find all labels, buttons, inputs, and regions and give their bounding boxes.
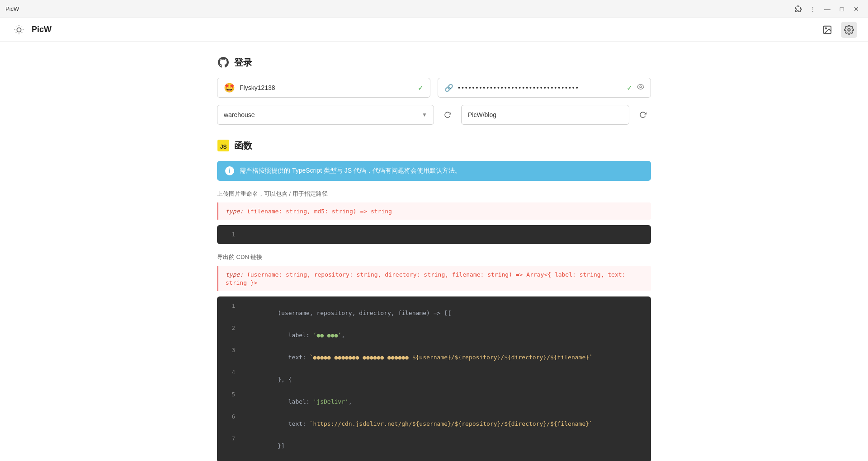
code-content-4: }, { <box>242 369 292 390</box>
code-line-2: 2 label: ‘●● ●●●’, <box>217 324 651 346</box>
svg-point-0 <box>17 28 21 32</box>
close-icon: ✕ <box>854 5 859 13</box>
more-icon: ⋮ <box>810 5 816 13</box>
rename-code-line-1: 1 <box>217 230 651 239</box>
sun-button[interactable] <box>11 22 27 38</box>
cdn-desc: 导出的 CDN 链接 <box>217 253 651 261</box>
warehouse-value: warehouse <box>224 111 418 118</box>
github-icon <box>217 56 230 69</box>
titlebar: PicW ⋮ — □ ✕ <box>0 0 868 18</box>
minimize-icon: — <box>824 5 830 13</box>
minimize-button[interactable]: — <box>821 3 834 15</box>
code-line-7: 7 }] <box>217 435 651 457</box>
topbar-left: PicW <box>11 22 52 38</box>
titlebar-controls: ⋮ — □ ✕ <box>792 3 863 15</box>
code-line-4: 4 }, { <box>217 368 651 390</box>
login-section-header: 登录 <box>217 56 651 69</box>
info-text: 需严格按照提供的 TypeScript 类型写 JS 代码，代码有问题将会使用默… <box>240 167 461 175</box>
warehouse-refresh-button[interactable] <box>439 107 456 123</box>
functions-section-title: 函数 <box>234 140 252 152</box>
svg-text:JS: JS <box>220 144 227 150</box>
repo-value: PicW/blog <box>468 111 496 118</box>
username-field[interactable]: 🤩 Flysky12138 ✓ <box>217 78 430 98</box>
settings-icon <box>844 25 854 35</box>
code-content-7: }] <box>242 436 285 456</box>
type-rest-1: (filename: string, md5: string) => strin… <box>247 208 392 215</box>
functions-section: JS 函数 i 需严格按照提供的 TypeScript 类型写 JS 代码，代码… <box>217 139 651 461</box>
svg-point-10 <box>825 28 826 29</box>
code-content-2: label: ‘●● ●●●’, <box>242 325 345 345</box>
warehouse-select[interactable]: warehouse ▼ <box>217 105 434 125</box>
type-rest-2: (username: string, repository: string, d… <box>226 271 625 286</box>
line-num-7: 7 <box>224 436 235 442</box>
info-icon: i <box>225 166 234 175</box>
rename-type-block: type: (filename: string, md5: string) =>… <box>217 202 651 220</box>
login-section: 登录 🤩 Flysky12138 ✓ 🔗 •••••••••••••••••••… <box>217 56 651 125</box>
eye-icon[interactable] <box>637 83 644 92</box>
svg-line-4 <box>22 32 22 33</box>
image-icon <box>822 25 832 35</box>
more-button[interactable]: ⋮ <box>807 3 819 15</box>
rename-code-block[interactable]: 1 <box>217 225 651 244</box>
cdn-code-block[interactable]: 1 (username, repository, directory, file… <box>217 296 651 461</box>
svg-line-3 <box>16 26 16 27</box>
code-line-6: 6 text: `https://cdn.jsdelivr.net/gh/${u… <box>217 413 651 435</box>
close-button[interactable]: ✕ <box>850 3 863 15</box>
warehouse-row: warehouse ▼ PicW/blog <box>217 105 651 125</box>
topbar: PicW <box>0 18 868 42</box>
chevron-down-icon: ▼ <box>422 112 427 118</box>
js-icon: JS <box>217 139 230 152</box>
credentials-row: 🤩 Flysky12138 ✓ 🔗 ••••••••••••••••••••••… <box>217 78 651 98</box>
link-icon: 🔗 <box>444 84 453 92</box>
topbar-right <box>819 22 857 38</box>
line-num-1: 1 <box>224 303 235 309</box>
svg-point-12 <box>640 86 642 88</box>
code-content-6: text: `https://cdn.jsdelivr.net/gh/${use… <box>242 414 593 434</box>
titlebar-left: PicW <box>5 5 19 12</box>
code-line-5: 5 label: 'jsDelivr', <box>217 390 651 413</box>
code-content-5: label: 'jsDelivr', <box>242 391 352 412</box>
password-check-icon: ✓ <box>627 84 632 92</box>
info-banner: i 需严格按照提供的 TypeScript 类型写 JS 代码，代码有问题将会使… <box>217 161 651 181</box>
rename-desc: 上传图片重命名，可以包含 / 用于指定路径 <box>217 190 651 198</box>
login-section-title: 登录 <box>234 56 252 69</box>
username-value: Flysky12138 <box>240 84 413 91</box>
maximize-icon: □ <box>840 5 844 13</box>
line-num-5: 5 <box>224 391 235 398</box>
app-name: PicW <box>32 25 52 34</box>
repo-field[interactable]: PicW/blog <box>461 105 629 125</box>
line-num-6: 6 <box>224 414 235 420</box>
refresh-icon <box>444 111 451 118</box>
maximize-button[interactable]: □ <box>835 3 848 15</box>
code-content-1: (username, repository, directory, filena… <box>242 303 451 323</box>
username-check-icon: ✓ <box>418 84 424 92</box>
image-button[interactable] <box>819 22 835 38</box>
line-num-4: 4 <box>224 369 235 376</box>
functions-section-header: JS 函数 <box>217 139 651 152</box>
cdn-type-text: type: (username: string, repository: str… <box>226 271 625 286</box>
user-avatar: 🤩 <box>224 82 235 93</box>
type-keyword-1: type: <box>226 208 243 215</box>
puzzle-button[interactable] <box>792 3 805 15</box>
code-line-1: 1 (username, repository, directory, file… <box>217 302 651 324</box>
repo-refresh-icon <box>639 111 646 118</box>
line-num-3: 3 <box>224 347 235 353</box>
settings-button[interactable] <box>841 22 857 38</box>
svg-line-8 <box>22 26 22 27</box>
code-content-3: text: `●●●●● ●●●●●●● ●●●●●● ●●●●●● ${use… <box>242 347 593 367</box>
sun-icon <box>14 25 24 35</box>
svg-point-11 <box>848 28 850 31</box>
repo-refresh-button[interactable] <box>635 107 651 123</box>
svg-line-7 <box>16 32 16 33</box>
line-num-2: 2 <box>224 325 235 331</box>
cdn-type-block: type: (username: string, repository: str… <box>217 266 651 291</box>
code-line-3: 3 text: `●●●●● ●●●●●●● ●●●●●● ●●●●●● ${u… <box>217 346 651 368</box>
password-field[interactable]: 🔗 •••••••••••••••••••••••••••••••••• ✓ <box>438 78 651 98</box>
rename-type-text: type: (filename: string, md5: string) =>… <box>226 208 392 215</box>
main-content: 登录 🤩 Flysky12138 ✓ 🔗 •••••••••••••••••••… <box>0 42 868 461</box>
titlebar-app-name: PicW <box>5 5 19 12</box>
line-number-1: 1 <box>224 231 235 238</box>
password-value: •••••••••••••••••••••••••••••••••• <box>458 84 622 91</box>
type-keyword-2: type: <box>226 271 243 278</box>
login-fields: 🤩 Flysky12138 ✓ 🔗 ••••••••••••••••••••••… <box>217 78 651 125</box>
